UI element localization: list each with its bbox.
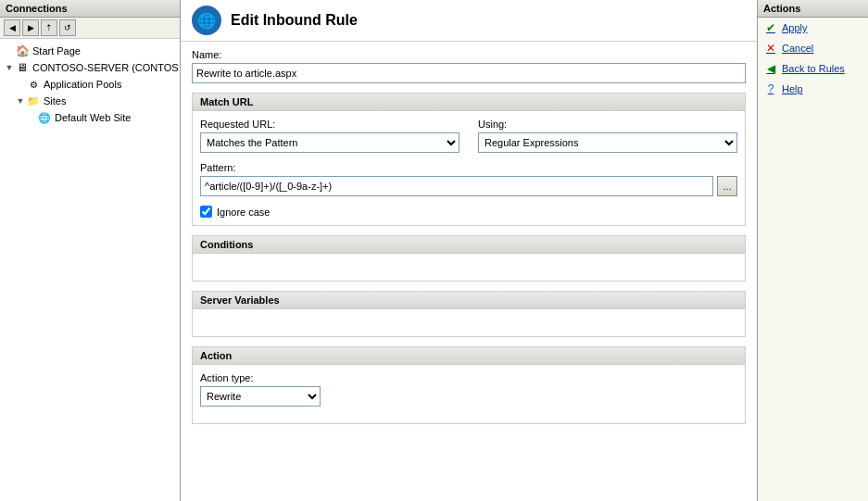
- server-variables-section-header: Server Variables: [192, 291, 746, 309]
- cancel-action[interactable]: ✕ Cancel: [758, 38, 868, 58]
- connections-tree: 🏠 Start Page ▼ 🖥 CONTOSO-SERVER (CONTOS …: [0, 39, 180, 501]
- pattern-row: …: [200, 176, 737, 196]
- start-page-label: Start Page: [32, 45, 81, 56]
- action-section-body: Action type: Rewrite Redirect Custom res…: [192, 365, 746, 424]
- tree-item-contoso-server[interactable]: ▼ 🖥 CONTOSO-SERVER (CONTOS: [0, 59, 180, 76]
- help-icon: ?: [763, 81, 778, 96]
- apply-action[interactable]: ✔ Apply: [758, 18, 868, 38]
- action-type-group: Action type: Rewrite Redirect Custom res…: [200, 372, 737, 407]
- expander: [4, 46, 15, 56]
- help-action[interactable]: ? Help: [758, 79, 868, 99]
- conditions-section-header: Conditions: [192, 235, 746, 254]
- help-label: Help: [782, 83, 803, 94]
- sites-label: Sites: [44, 95, 66, 106]
- back-to-rules-icon: ◀: [763, 61, 778, 76]
- server-icon: 🖥: [15, 60, 30, 75]
- pattern-label: Pattern:: [200, 162, 737, 173]
- cancel-label: Cancel: [782, 43, 813, 54]
- contoso-server-label: CONTOSO-SERVER (CONTOS: [32, 62, 179, 73]
- match-url-row: Requested URL: Matches the Pattern Does …: [200, 119, 737, 153]
- main-content: 🌐 Edit Inbound Rule Name: Match URL Requ…: [181, 0, 757, 501]
- tree-item-start-page[interactable]: 🏠 Start Page: [0, 43, 180, 59]
- name-input[interactable]: [192, 63, 746, 83]
- tree-item-default-web-site[interactable]: 🌐 Default Web Site: [0, 109, 180, 126]
- form-scroll-area: Name: Match URL Requested URL: Matches t…: [181, 42, 757, 501]
- contoso-expander[interactable]: ▼: [4, 63, 15, 72]
- app-pools-icon: ⚙: [26, 77, 41, 92]
- back-to-rules-action[interactable]: ◀ Back to Rules: [758, 58, 868, 79]
- requested-url-label: Requested URL:: [200, 119, 459, 130]
- toolbar-btn-refresh[interactable]: ↺: [59, 19, 76, 36]
- default-web-icon: 🌐: [37, 110, 52, 125]
- apply-label: Apply: [782, 22, 808, 33]
- app-pools-expander: [15, 80, 26, 89]
- using-select[interactable]: Regular Expressions Wildcards Exact Matc…: [478, 132, 737, 153]
- actions-header: Actions: [758, 0, 868, 18]
- back-to-rules-label: Back to Rules: [782, 63, 845, 74]
- actions-panel: Actions ✔ Apply ✕ Cancel ◀ Back to Rules…: [757, 0, 868, 501]
- sites-icon: 📁: [26, 94, 41, 108]
- apply-icon: ✔: [763, 20, 778, 35]
- connections-header: Connections: [0, 0, 180, 18]
- tree-item-sites[interactable]: ▼ 📁 Sites: [0, 93, 180, 109]
- action-type-label: Action type:: [200, 372, 737, 383]
- connections-panel: Connections ◀ ▶ ⇡ ↺ 🏠 Start Page ▼ 🖥 CON…: [0, 0, 181, 501]
- sites-expander[interactable]: ▼: [15, 96, 26, 106]
- name-label: Name:: [192, 49, 746, 60]
- toolbar-btn-forward[interactable]: ▶: [22, 19, 39, 36]
- ignore-case-row: Ignore case: [200, 206, 737, 218]
- start-page-icon: 🏠: [15, 44, 30, 58]
- toolbar-btn-up[interactable]: ⇡: [41, 19, 57, 36]
- default-web-expander: [26, 113, 37, 122]
- pattern-input[interactable]: [200, 176, 713, 196]
- requested-url-select[interactable]: Matches the Pattern Does Not Match the P…: [200, 132, 459, 153]
- cancel-icon: ✕: [763, 41, 778, 56]
- connections-toolbar: ◀ ▶ ⇡ ↺: [0, 18, 180, 39]
- page-title-bar: 🌐 Edit Inbound Rule: [181, 0, 757, 42]
- pattern-group: Pattern: …: [200, 162, 737, 196]
- ignore-case-checkbox[interactable]: [200, 206, 212, 218]
- conditions-section-body: [192, 254, 746, 282]
- server-variables-section-body: [192, 309, 746, 337]
- tree-item-app-pools[interactable]: ⚙ Application Pools: [0, 76, 180, 93]
- pattern-test-button[interactable]: …: [717, 176, 737, 196]
- match-url-section-header: Match URL: [192, 93, 746, 111]
- page-title-icon: 🌐: [192, 6, 221, 35]
- match-url-section-body: Requested URL: Matches the Pattern Does …: [192, 111, 746, 226]
- name-group: Name:: [192, 49, 746, 83]
- requested-url-col: Requested URL: Matches the Pattern Does …: [200, 119, 459, 153]
- page-title: Edit Inbound Rule: [231, 12, 358, 29]
- app-pools-label: Application Pools: [44, 79, 121, 90]
- toolbar-btn-back[interactable]: ◀: [4, 19, 20, 36]
- default-web-label: Default Web Site: [55, 112, 131, 123]
- action-type-select[interactable]: Rewrite Redirect Custom response Abort r…: [200, 386, 321, 407]
- using-label: Using:: [478, 119, 737, 130]
- using-col: Using: Regular Expressions Wildcards Exa…: [478, 119, 737, 153]
- action-section-header: Action: [192, 346, 746, 365]
- ignore-case-label: Ignore case: [217, 207, 270, 218]
